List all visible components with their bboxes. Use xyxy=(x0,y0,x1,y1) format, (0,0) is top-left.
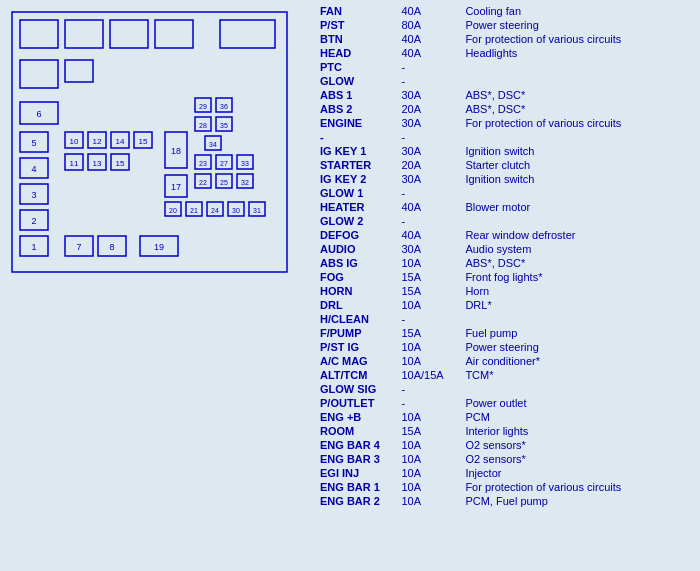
fuse-desc xyxy=(461,130,694,144)
table-row: GLOW 2- xyxy=(316,214,694,228)
table-row: -- xyxy=(316,130,694,144)
fuse-desc: O2 sensors* xyxy=(461,438,694,452)
fuse-amp: - xyxy=(397,214,461,228)
svg-text:2: 2 xyxy=(31,216,36,226)
fuse-desc: For protection of various circuits xyxy=(461,116,694,130)
fuse-amp: 15A xyxy=(397,270,461,284)
table-row: H/CLEAN- xyxy=(316,312,694,326)
svg-text:24: 24 xyxy=(211,207,219,214)
svg-rect-5 xyxy=(20,60,58,88)
fuse-desc: TCM* xyxy=(461,368,694,382)
svg-text:32: 32 xyxy=(241,179,249,186)
fuse-name: P/ST xyxy=(316,18,397,32)
table-row: PTC- xyxy=(316,60,694,74)
fuse-desc xyxy=(461,60,694,74)
table-row: ENG BAR 210APCM, Fuel pump xyxy=(316,494,694,508)
svg-text:5: 5 xyxy=(31,138,36,148)
fuse-desc: ABS*, DSC* xyxy=(461,102,694,116)
svg-text:22: 22 xyxy=(199,179,207,186)
fuse-amp: 10A xyxy=(397,340,461,354)
fuse-name: - xyxy=(316,130,397,144)
fuse-desc: Blower motor xyxy=(461,200,694,214)
fuse-amp: 10A xyxy=(397,256,461,270)
fuse-desc: Power steering xyxy=(461,18,694,32)
table-row: ALT/TCM10A/15ATCM* xyxy=(316,368,694,382)
table-row: A/C MAG10AAir conditioner* xyxy=(316,354,694,368)
fuse-name: IG KEY 2 xyxy=(316,172,397,186)
table-row: IG KEY 230AIgnition switch xyxy=(316,172,694,186)
fuse-amp: - xyxy=(397,130,461,144)
table-row: FAN40ACooling fan xyxy=(316,4,694,18)
fuse-amp: 30A xyxy=(397,116,461,130)
fuse-name: ENG +B xyxy=(316,410,397,424)
fuse-amp: 40A xyxy=(397,200,461,214)
svg-text:1: 1 xyxy=(31,242,36,252)
fuse-desc: Ignition switch xyxy=(461,144,694,158)
fuse-amp: 15A xyxy=(397,284,461,298)
svg-text:14: 14 xyxy=(116,137,125,146)
fuse-amp: 10A xyxy=(397,410,461,424)
fuse-amp: 10A xyxy=(397,466,461,480)
fuse-name: ABS 2 xyxy=(316,102,397,116)
table-row: ENG +B10APCM xyxy=(316,410,694,424)
svg-text:21: 21 xyxy=(190,207,198,214)
table-row: ENG BAR 410AO2 sensors* xyxy=(316,438,694,452)
fuse-desc: Audio system xyxy=(461,242,694,256)
fuse-name: ENG BAR 4 xyxy=(316,438,397,452)
fuse-desc: ABS*, DSC* xyxy=(461,88,694,102)
fuse-desc: Cooling fan xyxy=(461,4,694,18)
fuse-desc: DRL* xyxy=(461,298,694,312)
svg-text:18: 18 xyxy=(171,146,181,156)
table-row: FOG15AFront fog lights* xyxy=(316,270,694,284)
fuse-desc: For protection of various circuits xyxy=(461,32,694,46)
svg-text:34: 34 xyxy=(209,141,217,148)
svg-text:13: 13 xyxy=(93,159,102,168)
fuse-desc: Injector xyxy=(461,466,694,480)
table-row: IG KEY 130AIgnition switch xyxy=(316,144,694,158)
fuse-amp: 10A/15A xyxy=(397,368,461,382)
table-row: HEAD40AHeadlights xyxy=(316,46,694,60)
fuse-desc: Ignition switch xyxy=(461,172,694,186)
fuse-amp: 80A xyxy=(397,18,461,32)
table-row: ENG BAR 310AO2 sensors* xyxy=(316,452,694,466)
svg-text:8: 8 xyxy=(109,242,114,252)
table-row: ABS IG10AABS*, DSC* xyxy=(316,256,694,270)
table-row: F/PUMP15AFuel pump xyxy=(316,326,694,340)
fuse-desc: Interior lights xyxy=(461,424,694,438)
fuse-amp: 10A xyxy=(397,494,461,508)
fuse-amp: 30A xyxy=(397,144,461,158)
fuse-desc: Fuel pump xyxy=(461,326,694,340)
fuse-name: ENG BAR 2 xyxy=(316,494,397,508)
fuse-name: ABS 1 xyxy=(316,88,397,102)
fuse-name: F/PUMP xyxy=(316,326,397,340)
svg-rect-1 xyxy=(65,20,103,48)
fuse-name: GLOW 1 xyxy=(316,186,397,200)
fuse-desc: Air conditioner* xyxy=(461,354,694,368)
fuse-table-panel: FAN40ACooling fanP/ST80APower steeringBT… xyxy=(310,0,700,571)
fuse-name: HEATER xyxy=(316,200,397,214)
svg-text:35: 35 xyxy=(220,122,228,129)
fuse-amp: 10A xyxy=(397,480,461,494)
fuse-name: DRL xyxy=(316,298,397,312)
fuse-amp: 15A xyxy=(397,424,461,438)
fuse-amp: 40A xyxy=(397,228,461,242)
table-row: GLOW 1- xyxy=(316,186,694,200)
fuse-desc: O2 sensors* xyxy=(461,452,694,466)
fuse-name: P/OUTLET xyxy=(316,396,397,410)
svg-rect-3 xyxy=(155,20,193,48)
table-row: P/OUTLET-Power outlet xyxy=(316,396,694,410)
fuse-name: FAN xyxy=(316,4,397,18)
table-row: P/ST80APower steering xyxy=(316,18,694,32)
fuse-amp: - xyxy=(397,60,461,74)
table-row: EGI INJ10AInjector xyxy=(316,466,694,480)
fuse-amp: 10A xyxy=(397,452,461,466)
fuse-amp: 10A xyxy=(397,354,461,368)
table-row: ROOM15AInterior lights xyxy=(316,424,694,438)
svg-text:28: 28 xyxy=(199,122,207,129)
fuse-amp: - xyxy=(397,396,461,410)
svg-text:27: 27 xyxy=(220,160,228,167)
fuse-amp: - xyxy=(397,186,461,200)
svg-text:6: 6 xyxy=(36,109,41,119)
table-row: DRL10ADRL* xyxy=(316,298,694,312)
svg-text:31: 31 xyxy=(253,207,261,214)
